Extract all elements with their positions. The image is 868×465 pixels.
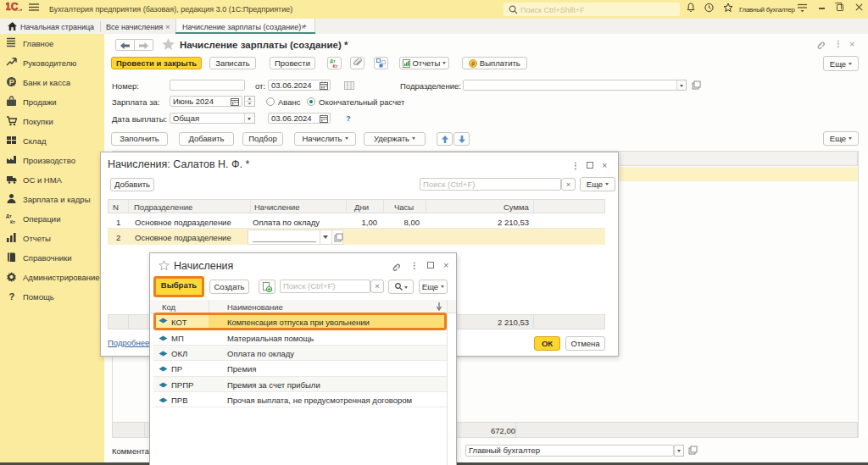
- svg-text:₽: ₽: [471, 61, 476, 67]
- svg-text:P: P: [9, 77, 14, 86]
- svg-text:Кт: Кт: [10, 219, 15, 224]
- svg-text:Кт: Кт: [332, 64, 337, 68]
- svg-text:Дт: Дт: [6, 213, 12, 219]
- svg-text:?: ?: [9, 291, 15, 302]
- svg-text:1С: 1С: [6, 2, 19, 11]
